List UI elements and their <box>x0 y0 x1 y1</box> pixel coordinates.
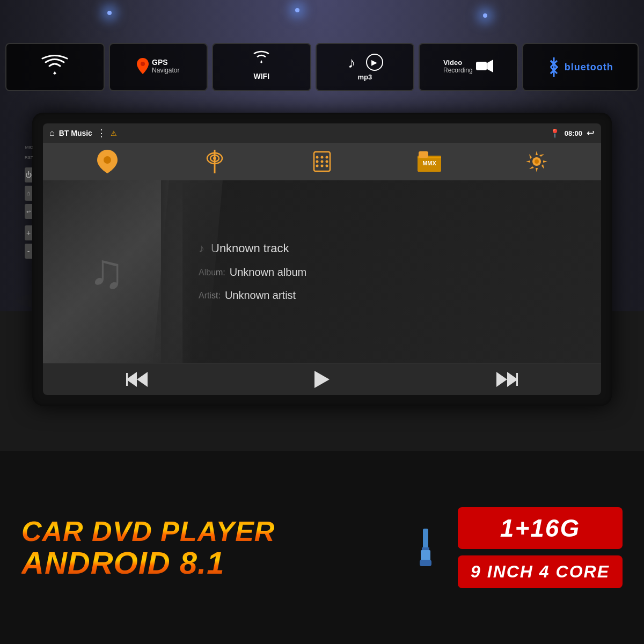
feature-mp3: ♪ ▶ mp3 <box>316 43 415 91</box>
nav-app-icon[interactable] <box>93 147 122 177</box>
svg-point-35 <box>535 159 539 164</box>
play-button[interactable] <box>309 369 335 390</box>
svg-rect-32 <box>419 151 428 158</box>
files-app-icon[interactable]: MMX <box>415 147 444 177</box>
video-sublabel: Recording <box>443 67 473 74</box>
feature-video: Video Recording <box>419 43 518 91</box>
svg-rect-43 <box>516 373 518 386</box>
track-title: Unknown track <box>211 241 289 255</box>
wifi-icon <box>41 54 68 78</box>
artist-label: Artist: <box>199 291 221 301</box>
svg-marker-41 <box>496 372 507 387</box>
svg-rect-47 <box>420 560 431 566</box>
svg-rect-12 <box>476 62 487 70</box>
car-dvd-title: CAR DVD PLAYER <box>21 516 393 547</box>
album-label: Album: <box>199 268 225 277</box>
music-icon: ♪ ▶ <box>347 54 383 71</box>
app-title: BT Music <box>59 129 92 137</box>
artist-row: Artist: Unknown artist <box>199 289 585 302</box>
mic-label: MIC <box>25 145 33 150</box>
gps-icon: GPS Navigator <box>137 58 179 74</box>
svg-point-10 <box>141 62 145 66</box>
back-button[interactable]: ↩ <box>25 204 32 219</box>
wifi-brand-icon: WIFI <box>251 49 272 83</box>
diagonal-separator <box>161 180 193 363</box>
bottom-right-badges: 1+16G 9 INCH 4 CORE <box>458 507 623 588</box>
bottom-section: CAR DVD PLAYER ANDROID 8.1 1+16G 9 INCH … <box>0 451 644 644</box>
gps-sublabel: Navigator <box>152 67 179 74</box>
features-row: GPS Navigator WIFI ♪ <box>5 43 639 91</box>
svg-text:♪: ♪ <box>348 54 355 71</box>
brush-icon <box>404 529 447 566</box>
svg-marker-37 <box>137 372 148 387</box>
wifi2-label: WIFI <box>254 72 270 80</box>
svg-point-15 <box>104 156 111 164</box>
time-display: 08:00 <box>565 129 582 137</box>
core-badge: 9 INCH 4 CORE <box>458 555 623 588</box>
feature-bluetooth: bluetooth <box>522 43 639 91</box>
memory-badge: 1+16G <box>458 507 623 549</box>
memory-spec: 1+16G <box>500 514 580 542</box>
svg-text:MMX: MMX <box>422 160 436 166</box>
svg-rect-46 <box>421 550 430 561</box>
vol-dn-button[interactable]: - <box>25 244 32 259</box>
controls-bar <box>43 363 601 395</box>
alert-icon: ⚠ <box>111 129 117 137</box>
svg-point-26 <box>326 160 328 163</box>
garage-light-1 <box>107 11 112 15</box>
garage-light-3 <box>483 13 487 18</box>
svg-point-21 <box>316 156 319 159</box>
feature-gps: GPS Navigator <box>109 43 208 91</box>
phone-app-icon[interactable] <box>308 147 337 177</box>
track-title-row: ♪ Unknown track <box>199 241 585 255</box>
music-content: ♫ ♪ Unknown track Album: Unknown album A… <box>43 180 601 363</box>
status-bar: ⌂ BT Music ⋮ ⚠ 📍 08:00 ↩ <box>43 123 601 143</box>
feature-wifi <box>5 43 105 91</box>
signal-app-icon[interactable] <box>200 147 230 177</box>
core-spec: 9 INCH 4 CORE <box>471 562 610 581</box>
album-row: Album: Unknown album <box>199 266 585 279</box>
svg-rect-44 <box>423 529 428 550</box>
svg-point-24 <box>316 160 319 163</box>
power-button[interactable]: ⏻ <box>25 167 32 182</box>
home-button[interactable]: ⌂ <box>25 186 32 201</box>
garage-light-2 <box>295 8 299 12</box>
android-title: ANDROID 8.1 <box>21 547 393 579</box>
stereo-unit: MIC RST ⏻ ⌂ ↩ + - ⌂ BT Music ⋮ ⚠ 📍 08:00… <box>32 113 612 406</box>
svg-point-19 <box>213 157 216 160</box>
svg-point-25 <box>321 160 324 163</box>
gps-label: GPS <box>152 58 179 67</box>
bluetooth-label: bluetooth <box>565 62 613 73</box>
back-icon[interactable]: ↩ <box>587 127 595 139</box>
svg-marker-40 <box>314 371 330 388</box>
svg-text:♫: ♫ <box>89 245 125 298</box>
svg-point-27 <box>316 165 319 167</box>
mp3-label: mp3 <box>357 73 372 81</box>
vol-up-button[interactable]: + <box>25 225 32 240</box>
artist-value: Unknown artist <box>225 289 296 302</box>
home-icon[interactable]: ⌂ <box>49 128 55 138</box>
track-info: ♪ Unknown track Album: Unknown album Art… <box>182 180 601 363</box>
svg-point-29 <box>326 165 328 167</box>
next-button[interactable] <box>491 369 523 390</box>
app-icons-row: MMX <box>43 143 601 180</box>
prev-button[interactable] <box>121 369 153 390</box>
svg-point-23 <box>326 156 328 159</box>
rst-label: RST <box>25 155 33 160</box>
settings-app-icon[interactable] <box>522 147 552 177</box>
track-music-icon: ♪ <box>199 241 204 255</box>
feature-wifi2: WIFI <box>212 43 311 91</box>
svg-point-28 <box>321 165 324 167</box>
svg-marker-13 <box>487 60 493 72</box>
side-buttons: MIC RST ⏻ ⌂ ↩ + - <box>25 145 33 259</box>
video-icon: Video Recording <box>443 58 493 74</box>
screen: ⌂ BT Music ⋮ ⚠ 📍 08:00 ↩ <box>43 123 601 395</box>
video-label: Video <box>443 58 473 67</box>
location-icon: 📍 <box>550 128 560 138</box>
svg-rect-39 <box>126 373 128 386</box>
svg-point-22 <box>321 156 324 159</box>
album-value: Unknown album <box>230 266 306 279</box>
menu-icon[interactable]: ⋮ <box>97 127 106 139</box>
bottom-left-text: CAR DVD PLAYER ANDROID 8.1 <box>21 516 393 578</box>
